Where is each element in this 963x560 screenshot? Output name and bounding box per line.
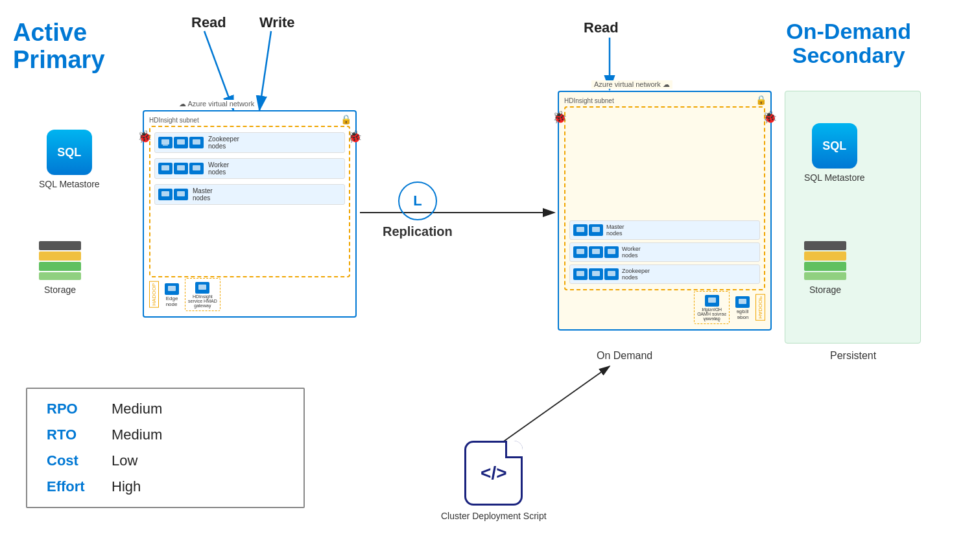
gateway-icon (195, 282, 209, 294)
metric-rto: RTO Medium (47, 426, 284, 443)
svg-rect-32 (708, 298, 716, 303)
hdinsight-subnet-label-primary: HDInsight subnet (149, 117, 199, 124)
on-demand-secondary-label: On-Demand Secondary (786, 19, 911, 68)
storage-label-primary: Storage (44, 285, 76, 295)
svg-rect-36 (804, 272, 846, 280)
worker-label: Workernodes (208, 161, 229, 176)
svg-rect-26 (577, 249, 584, 254)
read-label-right: Read (584, 19, 619, 36)
metric-key-cost: Cost (47, 452, 112, 469)
persistent-label: Persistent (830, 350, 876, 362)
sql-icon-secondary: SQL (812, 123, 857, 169)
svg-rect-35 (804, 262, 846, 271)
svg-rect-31 (739, 299, 746, 304)
edge-node-sec: Edgenode (735, 296, 750, 320)
replication-area: L Replication (383, 181, 453, 239)
cluster-inner-primary: Zookeepernodes Workernodes (149, 126, 350, 277)
secondary-cluster-box: Azure virtual network ☁ 🔒 HDInsight subn… (558, 91, 772, 331)
storage-icon-primary (36, 240, 84, 282)
zk-node-3 (189, 137, 204, 148)
edge-node: Edgenode (164, 283, 180, 307)
metric-val-rpo: Medium (112, 401, 162, 417)
svg-rect-16 (177, 191, 185, 196)
sql-icon-primary: SQL (47, 130, 92, 175)
hadoop-label: HADOOP (149, 281, 159, 308)
metric-val-effort: High (112, 478, 141, 495)
hdinsight-subnet-label-secondary: HDInsight subnet (564, 97, 614, 104)
svg-rect-20 (39, 251, 81, 261)
metric-val-cost: Low (112, 452, 137, 469)
lock-icon-primary: 🔒 (340, 114, 351, 124)
edge-node-icon (165, 283, 179, 295)
sql-metastore-primary: SQL SQL Metastore (39, 130, 100, 189)
replication-circle: L (398, 181, 437, 220)
svg-rect-8 (161, 139, 169, 145)
svg-rect-21 (39, 262, 81, 271)
sec-master-row: Masternodes (569, 220, 760, 240)
zookeeper-label: Zookeepernodes (208, 135, 239, 150)
bug-icon-secondary-right: 🐞 (763, 110, 777, 124)
gateway-primary: HDInsightservice HMADgateway (185, 278, 220, 311)
bug-icon-primary-right: 🐞 (348, 130, 362, 144)
w-node-3 (189, 163, 204, 174)
svg-rect-15 (161, 191, 169, 196)
zk-node-2 (174, 137, 188, 148)
cluster-inner-secondary: Zookeepernodes Workernodes Masternodes (564, 106, 765, 290)
azure-vnet-label-secondary: Azure virtual network ☁ (591, 80, 672, 89)
active-primary-label: Active Primary (13, 19, 105, 74)
metrics-box: RPO Medium RTO Medium Cost Low Effort Hi… (26, 388, 305, 508)
sql-label-secondary: SQL Metastore (804, 172, 865, 183)
worker-row: Workernodes (154, 158, 345, 179)
on-demand-label: On Demand (597, 350, 652, 362)
cluster-deployment-script-area: </> Cluster Deployment Script (441, 441, 547, 521)
svg-rect-33 (804, 241, 846, 250)
hadoop-label-sec: HADOOP (755, 294, 765, 321)
svg-rect-25 (608, 271, 615, 276)
metric-cost: Cost Low (47, 452, 284, 469)
metric-key-effort: Effort (47, 478, 112, 495)
storage-label-secondary: Storage (809, 285, 841, 295)
svg-rect-24 (592, 271, 600, 276)
cds-icon: </> (464, 441, 523, 506)
sec-worker-label: Workernodes (622, 246, 641, 259)
gateway-secondary: HDInsightservice HMADgateway (694, 291, 730, 324)
svg-rect-34 (804, 251, 846, 261)
sql-label-primary: SQL Metastore (39, 179, 100, 189)
svg-line-3 (204, 31, 233, 110)
m-node-2 (174, 189, 188, 200)
edge-area-primary: HADOOP Edgenode HDInsightservice HMADgat… (149, 278, 350, 311)
svg-rect-30 (592, 227, 600, 232)
primary-cluster-box: ☁ Azure virtual network 🔒 HDInsight subn… (143, 110, 357, 318)
svg-rect-23 (577, 271, 584, 276)
svg-rect-22 (39, 272, 81, 280)
svg-rect-11 (193, 139, 200, 145)
edge-area-secondary: HADOOP Edgenode HDInsightservice HMADgat… (564, 291, 765, 324)
write-label: Write (259, 14, 295, 31)
azure-vnet-label-primary: ☁ Azure virtual network (176, 100, 257, 108)
sec-zookeeper-row: Zookeepernodes (569, 264, 760, 284)
svg-rect-9 (163, 145, 168, 146)
svg-rect-13 (177, 165, 185, 170)
sql-metastore-secondary: SQL SQL Metastore (804, 123, 865, 183)
svg-rect-17 (168, 286, 176, 291)
svg-rect-14 (193, 165, 200, 170)
w-node-1 (158, 163, 172, 174)
svg-line-4 (259, 31, 271, 110)
bug-icon-primary-left: 🐞 (137, 130, 152, 144)
cds-label: Cluster Deployment Script (441, 511, 547, 521)
svg-rect-19 (39, 241, 81, 250)
metric-effort: Effort High (47, 478, 284, 495)
svg-rect-12 (161, 165, 169, 170)
cds-symbol: </> (481, 463, 506, 484)
storage-icon-secondary (801, 240, 850, 282)
svg-rect-28 (608, 249, 615, 254)
storage-secondary: Storage (801, 240, 850, 295)
zk-node-1 (158, 137, 172, 148)
zookeeper-row: Zookeepernodes (154, 132, 345, 153)
page: Active Primary On-Demand Secondary Read … (0, 0, 963, 560)
svg-rect-29 (577, 227, 584, 232)
master-label: Masternodes (193, 187, 213, 202)
storage-primary: Storage (36, 240, 84, 295)
metric-rpo: RPO Medium (47, 401, 284, 417)
metric-key-rto: RTO (47, 426, 112, 443)
